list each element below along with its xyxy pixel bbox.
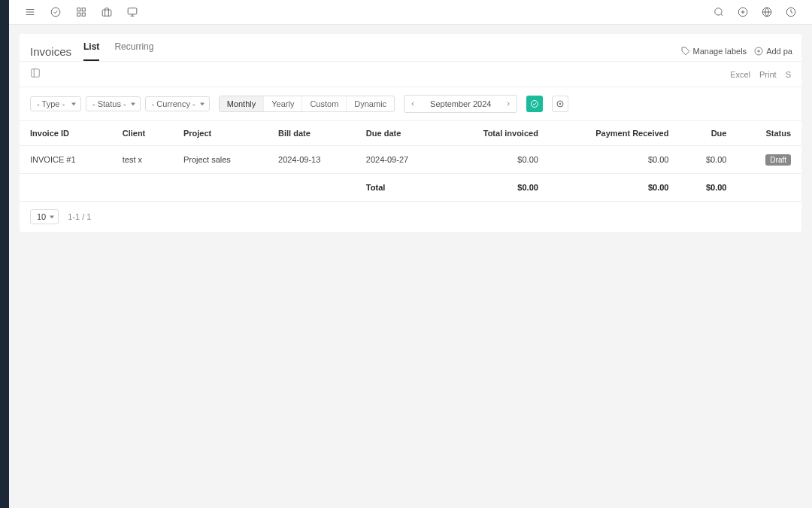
cell-invoice-id: INVOICE #1	[20, 146, 112, 174]
period-custom[interactable]: Custom	[302, 96, 347, 111]
svg-rect-8	[102, 10, 111, 16]
cell-client: test x	[112, 146, 173, 174]
col-client[interactable]: Client	[112, 121, 173, 146]
period-yearly[interactable]: Yearly	[264, 96, 302, 111]
add-circle-icon[interactable]	[737, 6, 749, 18]
period-segment-group: Monthly Yearly Custom Dynamic	[219, 96, 395, 112]
svg-rect-24	[32, 69, 40, 78]
manage-labels-label: Manage labels	[693, 47, 747, 56]
check-circle-icon[interactable]	[50, 6, 62, 18]
tab-recurring[interactable]: Recurring	[114, 41, 153, 61]
print-button[interactable]: Print	[759, 70, 777, 79]
col-total-invoiced[interactable]: Total invoiced	[444, 121, 549, 146]
col-due[interactable]: Due	[679, 121, 737, 146]
refresh-button[interactable]	[526, 96, 543, 112]
total-payment-received: $0.00	[549, 174, 680, 202]
settings-button[interactable]	[552, 96, 568, 112]
currency-filter-dropdown[interactable]: - Currency -	[145, 96, 210, 111]
svg-point-12	[715, 8, 722, 15]
date-navigator: September 2024	[404, 95, 517, 113]
col-bill-date[interactable]: Bill date	[268, 121, 356, 146]
add-payment-label: Add pa	[766, 47, 792, 56]
cell-bill-date: 2024-09-13	[268, 146, 356, 174]
svg-rect-4	[77, 8, 80, 11]
status-filter-dropdown[interactable]: - Status -	[86, 96, 141, 111]
svg-point-26	[532, 101, 538, 108]
col-invoice-id[interactable]: Invoice ID	[20, 121, 112, 146]
manage-labels-button[interactable]: Manage labels	[681, 47, 747, 56]
period-dynamic[interactable]: Dynamic	[347, 96, 394, 111]
export-excel-button[interactable]: Excel	[730, 70, 750, 79]
cell-due-date: 2024-09-27	[356, 146, 444, 174]
cell-project: Project sales	[173, 146, 268, 174]
monitor-icon[interactable]	[126, 6, 138, 18]
col-due-date[interactable]: Due date	[356, 121, 444, 146]
total-label: Total	[356, 174, 444, 202]
cell-due: $0.00	[679, 146, 737, 174]
svg-point-27	[557, 101, 563, 107]
next-month-button[interactable]	[500, 96, 517, 112]
search-icon[interactable]	[713, 6, 725, 18]
status-badge: Draft	[765, 154, 791, 166]
cell-total-invoiced: $0.00	[444, 146, 549, 174]
total-row: Total $0.00 $0.00 $0.00	[20, 174, 801, 202]
topbar	[9, 0, 812, 25]
menu-icon[interactable]	[24, 6, 36, 18]
svg-rect-9	[128, 8, 137, 14]
sidebar-collapsed[interactable]	[0, 0, 9, 508]
page-info: 1-1 / 1	[68, 212, 91, 221]
tab-list[interactable]: List	[83, 41, 99, 61]
grid-icon[interactable]	[75, 6, 87, 18]
svg-point-28	[559, 103, 561, 105]
svg-line-13	[721, 14, 723, 17]
globe-icon[interactable]	[761, 6, 773, 18]
page-title: Invoices	[30, 45, 71, 58]
svg-rect-7	[77, 13, 80, 16]
export-s-button[interactable]: S	[786, 70, 791, 79]
briefcase-icon[interactable]	[101, 6, 113, 18]
type-filter-dropdown[interactable]: - Type -	[30, 96, 81, 111]
svg-rect-5	[82, 8, 85, 11]
total-due: $0.00	[679, 174, 737, 202]
page-size-dropdown[interactable]: 10	[30, 209, 59, 224]
period-monthly[interactable]: Monthly	[220, 96, 265, 111]
cell-payment-received: $0.00	[549, 146, 680, 174]
prev-month-button[interactable]	[404, 96, 421, 112]
svg-point-3	[51, 8, 60, 17]
total-invoiced: $0.00	[444, 174, 549, 202]
col-project[interactable]: Project	[173, 121, 268, 146]
date-label[interactable]: September 2024	[421, 99, 500, 108]
clock-icon[interactable]	[785, 6, 797, 18]
add-payment-button[interactable]: Add pa	[754, 47, 792, 56]
table-row[interactable]: INVOICE #1 test x Project sales 2024-09-…	[20, 146, 801, 174]
invoice-table: Invoice ID Client Project Bill date Due …	[20, 120, 801, 202]
col-payment-received[interactable]: Payment Received	[549, 121, 680, 146]
panel-toggle-icon[interactable]	[30, 68, 41, 81]
col-status[interactable]: Status	[737, 121, 801, 146]
svg-rect-6	[82, 13, 85, 16]
